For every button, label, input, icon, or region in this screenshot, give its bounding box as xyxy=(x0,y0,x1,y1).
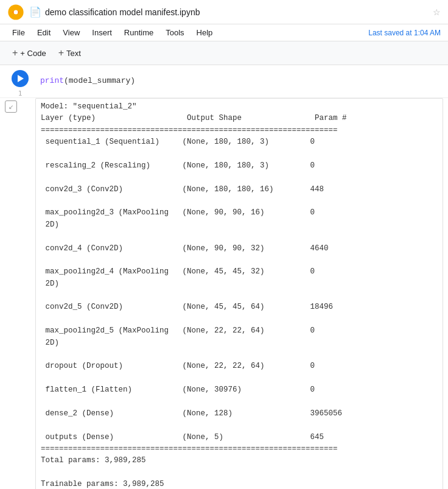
last-saved-status: Last saved at 1:04 AM xyxy=(368,29,441,37)
plus-icon: + xyxy=(12,47,18,58)
row-sequential1: sequential_1 (Sequential) (None, 180, 18… xyxy=(41,138,356,146)
star-icon[interactable]: ☆ xyxy=(433,7,441,17)
menu-file[interactable]: File xyxy=(7,26,30,40)
menu-runtime[interactable]: Runtime xyxy=(119,26,158,40)
plus-icon-2: + xyxy=(58,47,64,58)
menu-tools[interactable]: Tools xyxy=(161,26,189,40)
cell-code-text: print(model_summary) xyxy=(40,72,438,90)
table-header: Layer (type) Output Shape Param # xyxy=(41,114,347,122)
row-dense2: dense_2 (Dense) (None, 128) 3965056 xyxy=(41,409,356,418)
menu-insert[interactable]: Insert xyxy=(87,26,117,40)
output-content-area: Model: "sequential_2" Layer (type) Outpu… xyxy=(35,98,443,489)
add-text-label: Text xyxy=(66,49,81,58)
row-maxpool5: max_pooling2d_5 (MaxPooling (None, 22, 2… xyxy=(41,326,315,347)
run-cell-button[interactable] xyxy=(12,70,29,87)
row-conv2d5: conv2d_5 (Conv2D) (None, 45, 45, 64) 184… xyxy=(41,303,356,311)
menu-edit[interactable]: Edit xyxy=(32,26,55,40)
add-code-button[interactable]: + + Code xyxy=(7,45,51,61)
menu-view[interactable]: View xyxy=(58,26,85,40)
cell-number: 1 xyxy=(18,90,23,97)
add-text-button[interactable]: + Text xyxy=(54,45,86,61)
collapse-output-button[interactable]: ↙ xyxy=(5,100,17,113)
row-dropout: dropout (Dropout) (None, 22, 22, 64) 0 xyxy=(41,362,356,370)
svg-point-1 xyxy=(14,10,18,14)
row-flatten1: flatten_1 (Flatten) (None, 30976) 0 xyxy=(41,385,356,394)
menu-help[interactable]: Help xyxy=(192,26,218,40)
output-text: Model: "sequential_2" Layer (type) Outpu… xyxy=(41,101,438,489)
file-type-icon: 📄 xyxy=(29,6,41,18)
toolbar: + + Code + Text xyxy=(0,41,448,65)
row-maxpool3: max_pooling2d_3 (MaxPooling (None, 90, 9… xyxy=(41,208,315,228)
menu-bar: File Edit View Insert Runtime Tools Help… xyxy=(0,24,448,41)
output-gutter: ↙ xyxy=(5,98,35,489)
colab-logo-icon xyxy=(7,4,24,21)
trainable-params: Trainable params: 3,989,285 xyxy=(41,480,164,488)
total-params: Total params: 3,989,285 xyxy=(41,456,146,465)
print-keyword: print xyxy=(40,76,64,85)
print-args: (model_summary) xyxy=(64,76,135,85)
row-maxpool4: max_pooling2d_4 (MaxPooling (None, 45, 4… xyxy=(41,267,315,287)
row-conv2d4: conv2d_4 (Conv2D) (None, 90, 90, 32) 464… xyxy=(41,244,356,253)
cell-code-content[interactable]: print(model_summary) xyxy=(35,70,443,97)
add-code-label: + Code xyxy=(20,49,46,58)
model-name-line: Model: "sequential_2" xyxy=(41,102,137,111)
title-bar: 📄 demo classification model manifest.ipy… xyxy=(0,0,448,24)
output-cell: ↙ Model: "sequential_2" Layer (type) Out… xyxy=(0,98,448,489)
cell-gutter: 1 xyxy=(5,70,35,97)
row-outputs: outputs (Dense) (None, 5) 645 xyxy=(41,433,356,442)
separator-top: ========================================… xyxy=(41,126,338,135)
play-icon xyxy=(18,75,24,82)
code-cell: 1 print(model_summary) xyxy=(0,65,448,98)
document-title: demo classification model manifest.ipynb xyxy=(45,7,433,17)
row-conv2d3: conv2d_3 (Conv2D) (None, 180, 180, 16) 4… xyxy=(41,185,356,194)
separator-bottom: ========================================… xyxy=(41,445,338,453)
row-rescaling2: rescaling_2 (Rescaling) (None, 180, 180,… xyxy=(41,161,356,170)
